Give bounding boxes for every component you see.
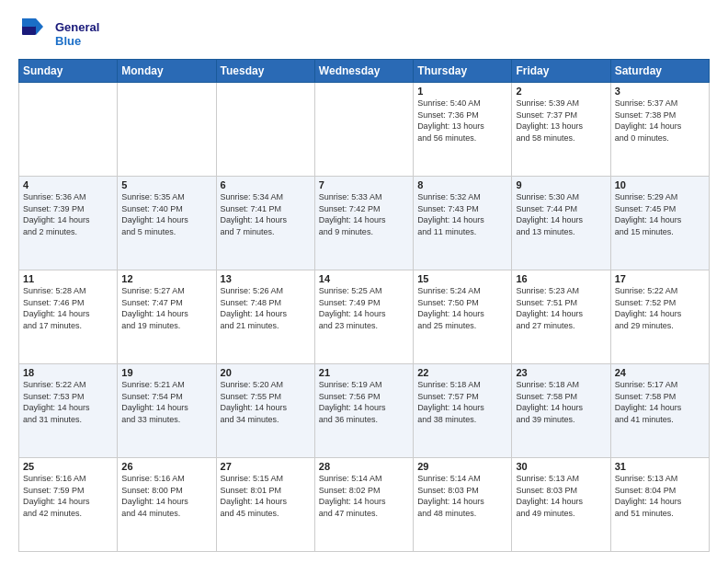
- day-info: Sunrise: 5:28 AM Sunset: 7:46 PM Dayligh…: [23, 285, 113, 331]
- calendar-cell: 10Sunrise: 5:29 AM Sunset: 7:45 PM Dayli…: [610, 177, 709, 270]
- calendar-cell: 17Sunrise: 5:22 AM Sunset: 7:52 PM Dayli…: [610, 270, 709, 364]
- header: General Blue: [18, 15, 710, 53]
- day-info: Sunrise: 5:37 AM Sunset: 7:38 PM Dayligh…: [615, 98, 705, 144]
- calendar-cell: 9Sunrise: 5:30 AM Sunset: 7:44 PM Daylig…: [512, 177, 610, 270]
- svg-marker-2: [36, 18, 43, 35]
- day-number: 19: [121, 367, 211, 378]
- calendar-cell: 28Sunrise: 5:14 AM Sunset: 8:02 PM Dayli…: [314, 458, 413, 552]
- day-info: Sunrise: 5:33 AM Sunset: 7:42 PM Dayligh…: [319, 191, 409, 237]
- day-info: Sunrise: 5:24 AM Sunset: 7:50 PM Dayligh…: [417, 285, 507, 331]
- day-number: 3: [615, 86, 705, 97]
- logo-text-line2: Blue: [55, 34, 99, 48]
- day-info: Sunrise: 5:16 AM Sunset: 8:00 PM Dayligh…: [121, 473, 211, 519]
- day-info: Sunrise: 5:25 AM Sunset: 7:49 PM Dayligh…: [319, 285, 409, 331]
- calendar-cell: 5Sunrise: 5:35 AM Sunset: 7:40 PM Daylig…: [118, 177, 216, 270]
- calendar-cell: 6Sunrise: 5:34 AM Sunset: 7:41 PM Daylig…: [216, 177, 314, 270]
- calendar-cell: 12Sunrise: 5:27 AM Sunset: 7:47 PM Dayli…: [118, 270, 216, 364]
- day-number: 30: [516, 461, 606, 472]
- day-number: 22: [417, 367, 507, 378]
- calendar-cell: 14Sunrise: 5:25 AM Sunset: 7:49 PM Dayli…: [314, 270, 413, 364]
- day-info: Sunrise: 5:36 AM Sunset: 7:39 PM Dayligh…: [23, 191, 113, 237]
- calendar-cell: 15Sunrise: 5:24 AM Sunset: 7:50 PM Dayli…: [414, 270, 512, 364]
- weekday-header-saturday: Saturday: [610, 60, 709, 83]
- calendar-cell: [19, 83, 118, 177]
- day-info: Sunrise: 5:13 AM Sunset: 8:04 PM Dayligh…: [615, 473, 705, 519]
- page: General Blue SundayMondayTuesdayWednesda…: [0, 0, 728, 563]
- logo-icon: [18, 15, 53, 50]
- calendar-cell: 27Sunrise: 5:15 AM Sunset: 8:01 PM Dayli…: [216, 458, 314, 552]
- calendar-cell: 22Sunrise: 5:18 AM Sunset: 7:57 PM Dayli…: [414, 364, 512, 458]
- day-number: 13: [221, 273, 311, 284]
- day-info: Sunrise: 5:22 AM Sunset: 7:52 PM Dayligh…: [615, 285, 705, 331]
- calendar-cell: 2Sunrise: 5:39 AM Sunset: 7:37 PM Daylig…: [512, 83, 610, 177]
- day-number: 9: [516, 179, 606, 190]
- day-number: 27: [221, 461, 311, 472]
- day-info: Sunrise: 5:32 AM Sunset: 7:43 PM Dayligh…: [417, 191, 507, 237]
- day-info: Sunrise: 5:19 AM Sunset: 7:56 PM Dayligh…: [319, 379, 409, 425]
- day-info: Sunrise: 5:13 AM Sunset: 8:03 PM Dayligh…: [516, 473, 606, 519]
- day-number: 2: [516, 86, 606, 97]
- day-info: Sunrise: 5:18 AM Sunset: 7:57 PM Dayligh…: [417, 379, 507, 425]
- weekday-header-thursday: Thursday: [414, 60, 512, 83]
- day-number: 25: [23, 461, 113, 472]
- weekday-header-sunday: Sunday: [19, 60, 118, 83]
- calendar-cell: 26Sunrise: 5:16 AM Sunset: 8:00 PM Dayli…: [118, 458, 216, 552]
- day-info: Sunrise: 5:26 AM Sunset: 7:48 PM Dayligh…: [221, 285, 311, 331]
- day-number: 1: [417, 86, 507, 97]
- day-number: 23: [516, 367, 606, 378]
- calendar-cell: 23Sunrise: 5:18 AM Sunset: 7:58 PM Dayli…: [512, 364, 610, 458]
- day-number: 6: [221, 179, 311, 190]
- calendar-cell: 16Sunrise: 5:23 AM Sunset: 7:51 PM Dayli…: [512, 270, 610, 364]
- logo-text-line1: General: [55, 20, 99, 35]
- day-number: 15: [417, 273, 507, 284]
- day-info: Sunrise: 5:18 AM Sunset: 7:58 PM Dayligh…: [516, 379, 606, 425]
- day-info: Sunrise: 5:39 AM Sunset: 7:37 PM Dayligh…: [516, 98, 606, 144]
- day-info: Sunrise: 5:30 AM Sunset: 7:44 PM Dayligh…: [516, 191, 606, 237]
- weekday-header-monday: Monday: [118, 60, 216, 83]
- logo: General Blue: [18, 15, 99, 53]
- calendar-cell: 19Sunrise: 5:21 AM Sunset: 7:54 PM Dayli…: [118, 364, 216, 458]
- day-info: Sunrise: 5:17 AM Sunset: 7:58 PM Dayligh…: [615, 379, 705, 425]
- day-number: 29: [417, 461, 507, 472]
- calendar-cell: 24Sunrise: 5:17 AM Sunset: 7:58 PM Dayli…: [610, 364, 709, 458]
- day-info: Sunrise: 5:14 AM Sunset: 8:03 PM Dayligh…: [417, 473, 507, 519]
- day-info: Sunrise: 5:20 AM Sunset: 7:55 PM Dayligh…: [221, 379, 311, 425]
- calendar-week-5: 25Sunrise: 5:16 AM Sunset: 7:59 PM Dayli…: [19, 458, 710, 552]
- day-info: Sunrise: 5:35 AM Sunset: 7:40 PM Dayligh…: [121, 191, 211, 237]
- calendar-cell: 20Sunrise: 5:20 AM Sunset: 7:55 PM Dayli…: [216, 364, 314, 458]
- calendar-week-2: 4Sunrise: 5:36 AM Sunset: 7:39 PM Daylig…: [19, 177, 710, 270]
- calendar-cell: [314, 83, 413, 177]
- day-info: Sunrise: 5:16 AM Sunset: 7:59 PM Dayligh…: [23, 473, 113, 519]
- day-number: 7: [319, 179, 409, 190]
- day-number: 5: [121, 179, 211, 190]
- calendar-cell: 7Sunrise: 5:33 AM Sunset: 7:42 PM Daylig…: [314, 177, 413, 270]
- weekday-header-tuesday: Tuesday: [216, 60, 314, 83]
- calendar-cell: 1Sunrise: 5:40 AM Sunset: 7:36 PM Daylig…: [414, 83, 512, 177]
- calendar-cell: 18Sunrise: 5:22 AM Sunset: 7:53 PM Dayli…: [19, 364, 118, 458]
- day-number: 20: [221, 367, 311, 378]
- day-number: 14: [319, 273, 409, 284]
- weekday-header-friday: Friday: [512, 60, 610, 83]
- calendar-week-1: 1Sunrise: 5:40 AM Sunset: 7:36 PM Daylig…: [19, 83, 710, 177]
- day-info: Sunrise: 5:14 AM Sunset: 8:02 PM Dayligh…: [319, 473, 409, 519]
- calendar-cell: [118, 83, 216, 177]
- calendar-week-3: 11Sunrise: 5:28 AM Sunset: 7:46 PM Dayli…: [19, 270, 710, 364]
- svg-rect-1: [22, 18, 36, 27]
- calendar-cell: 25Sunrise: 5:16 AM Sunset: 7:59 PM Dayli…: [19, 458, 118, 552]
- day-info: Sunrise: 5:27 AM Sunset: 7:47 PM Dayligh…: [121, 285, 211, 331]
- day-number: 12: [121, 273, 211, 284]
- calendar-cell: 8Sunrise: 5:32 AM Sunset: 7:43 PM Daylig…: [414, 177, 512, 270]
- calendar-cell: 21Sunrise: 5:19 AM Sunset: 7:56 PM Dayli…: [314, 364, 413, 458]
- calendar-cell: 29Sunrise: 5:14 AM Sunset: 8:03 PM Dayli…: [414, 458, 512, 552]
- day-info: Sunrise: 5:34 AM Sunset: 7:41 PM Dayligh…: [221, 191, 311, 237]
- calendar-week-4: 18Sunrise: 5:22 AM Sunset: 7:53 PM Dayli…: [19, 364, 710, 458]
- calendar-cell: [216, 83, 314, 177]
- day-info: Sunrise: 5:29 AM Sunset: 7:45 PM Dayligh…: [615, 191, 705, 237]
- day-info: Sunrise: 5:15 AM Sunset: 8:01 PM Dayligh…: [221, 473, 311, 519]
- day-number: 17: [615, 273, 705, 284]
- calendar-cell: 30Sunrise: 5:13 AM Sunset: 8:03 PM Dayli…: [512, 458, 610, 552]
- calendar-table: SundayMondayTuesdayWednesdayThursdayFrid…: [18, 59, 710, 552]
- day-number: 10: [615, 179, 705, 190]
- day-number: 28: [319, 461, 409, 472]
- day-number: 24: [615, 367, 705, 378]
